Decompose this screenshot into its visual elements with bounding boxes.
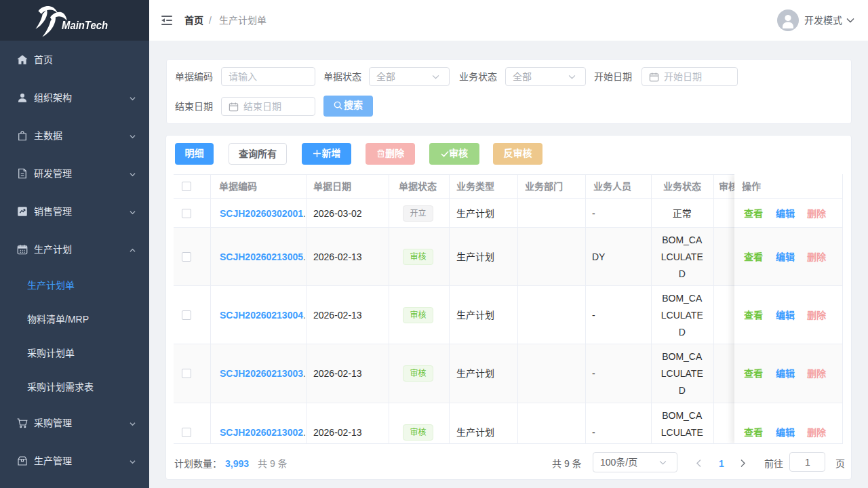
svg-text:MainTech: MainTech	[62, 20, 108, 31]
